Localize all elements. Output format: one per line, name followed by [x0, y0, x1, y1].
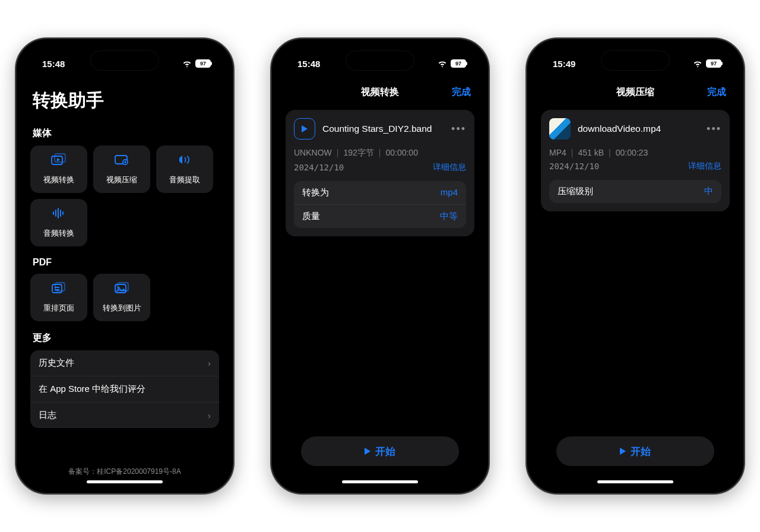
tile-audio-convert[interactable]: 音频转换 [30, 199, 87, 246]
tile-to-image[interactable]: 转换到图片 [93, 274, 150, 321]
tile-video-compress[interactable]: 视频压缩 [93, 145, 150, 193]
chevron-right-icon: › [208, 358, 211, 368]
icp-footer: 备案号：桂ICP备2020007919号-8A [22, 467, 227, 477]
start-label: 开始 [375, 445, 395, 458]
play-icon [302, 125, 308, 132]
audio-convert-icon [51, 207, 66, 223]
dynamic-island [601, 50, 670, 71]
file-thumbnail[interactable] [294, 118, 315, 140]
meta-date: 2024/12/10 [294, 163, 344, 172]
meta-format: MP4 [549, 148, 566, 157]
svg-rect-4 [53, 211, 54, 215]
dynamic-island [346, 50, 414, 71]
meta-size: 192字节 [343, 148, 373, 159]
svg-rect-8 [62, 211, 64, 215]
phone-screen-1: 15:48 97 转换助手 媒体 视频转换 视频压缩 音频提 [22, 45, 227, 487]
home-indicator [87, 480, 163, 483]
more-history[interactable]: 历史文件 › [30, 350, 219, 376]
option-value: 中等 [440, 211, 458, 222]
battery-icon: 97 [451, 59, 466, 68]
file-thumbnail[interactable] [549, 118, 571, 140]
tile-label: 转换到图片 [103, 303, 141, 314]
to-image-icon [114, 281, 129, 298]
more-icon[interactable]: ••• [707, 123, 721, 135]
svg-rect-5 [55, 210, 56, 217]
dynamic-island [90, 50, 159, 71]
tile-label: 视频转换 [43, 175, 74, 185]
wifi-icon [182, 59, 192, 69]
tile-reorder-pages[interactable]: 重排页面 [30, 274, 87, 321]
play-icon [365, 448, 370, 455]
file-name: downloadVideo.mp4 [578, 124, 699, 134]
file-name: Counting Stars_DIY2.band [322, 124, 444, 134]
option-label: 压缩级别 [558, 186, 593, 197]
tile-label: 音频转换 [43, 228, 74, 239]
more-icon[interactable]: ••• [451, 123, 466, 135]
nav-title: 视频压缩 [616, 86, 654, 99]
meta-date: 2024/12/10 [549, 162, 599, 171]
home-indicator [342, 480, 418, 483]
done-button[interactable]: 完成 [452, 86, 471, 99]
section-label-more: 更多 [33, 332, 217, 344]
list-item-label: 历史文件 [39, 357, 74, 369]
option-label: 转换为 [302, 187, 329, 198]
phone-frame-1: 15:48 97 转换助手 媒体 视频转换 视频压缩 音频提 [15, 37, 235, 495]
option-value: 中 [704, 186, 713, 197]
option-label: 质量 [302, 211, 320, 222]
list-item-label: 在 App Store 中给我们评分 [39, 384, 145, 395]
more-logs[interactable]: 日志 › [30, 403, 219, 428]
meta-size: 451 kB [578, 148, 604, 157]
tile-video-convert[interactable]: 视频转换 [30, 145, 87, 193]
meta-duration: 00:00:00 [385, 148, 418, 159]
done-button[interactable]: 完成 [707, 86, 726, 99]
wifi-icon [438, 59, 447, 69]
detail-link[interactable]: 详细信息 [688, 161, 721, 172]
svg-rect-1 [55, 154, 65, 162]
wifi-icon [693, 59, 702, 69]
play-icon [620, 448, 626, 455]
battery-icon: 97 [195, 59, 211, 68]
chevron-right-icon: › [208, 410, 211, 420]
status-time: 15:49 [553, 59, 575, 69]
status-time: 15:48 [42, 59, 65, 69]
video-compress-icon [114, 153, 129, 170]
page-title: 转换助手 [33, 88, 217, 113]
file-card: Counting Stars_DIY2.band ••• UNKNOW| 192… [286, 110, 474, 236]
file-card: downloadVideo.mp4 ••• MP4| 451 kB| 00:00… [541, 110, 730, 211]
start-label: 开始 [631, 445, 651, 458]
battery-icon: 97 [706, 59, 721, 68]
audio-extract-icon [177, 153, 192, 170]
tile-label: 视频压缩 [106, 175, 137, 185]
svg-rect-7 [60, 210, 61, 217]
phone-frame-2: 15:48 97 视频转换 完成 Counting Stars_DIY2.ban… [270, 37, 490, 495]
tile-label: 音频提取 [169, 175, 200, 185]
list-item-label: 日志 [39, 410, 56, 421]
option-value: mp4 [441, 187, 458, 198]
tile-label: 重排页面 [43, 303, 74, 314]
start-button[interactable]: 开始 [301, 436, 459, 466]
detail-link[interactable]: 详细信息 [433, 162, 466, 173]
phone-screen-3: 15:49 97 视频压缩 完成 downloadVideo.mp4 ••• M… [533, 45, 738, 487]
home-indicator [597, 480, 673, 483]
svg-rect-6 [58, 208, 59, 218]
meta-format: UNKNOW [294, 148, 332, 159]
phone-screen-2: 15:48 97 视频转换 完成 Counting Stars_DIY2.ban… [277, 45, 483, 487]
meta-duration: 00:00:23 [616, 148, 648, 157]
phone-frame-3: 15:49 97 视频压缩 完成 downloadVideo.mp4 ••• M… [525, 37, 745, 495]
section-label-pdf: PDF [33, 257, 217, 268]
status-time: 15:48 [297, 59, 320, 69]
tile-audio-extract[interactable]: 音频提取 [156, 145, 213, 193]
video-convert-icon [51, 153, 66, 170]
start-button[interactable]: 开始 [556, 436, 714, 466]
nav-title: 视频转换 [361, 86, 399, 99]
option-convert-to[interactable]: 转换为 mp4 [294, 181, 466, 205]
section-label-media: 媒体 [33, 127, 217, 140]
option-quality[interactable]: 质量 中等 [294, 205, 466, 228]
option-compress-level[interactable]: 压缩级别 中 [549, 180, 721, 203]
reorder-pages-icon [51, 281, 66, 298]
more-rate-appstore[interactable]: 在 App Store 中给我们评分 [30, 376, 219, 403]
